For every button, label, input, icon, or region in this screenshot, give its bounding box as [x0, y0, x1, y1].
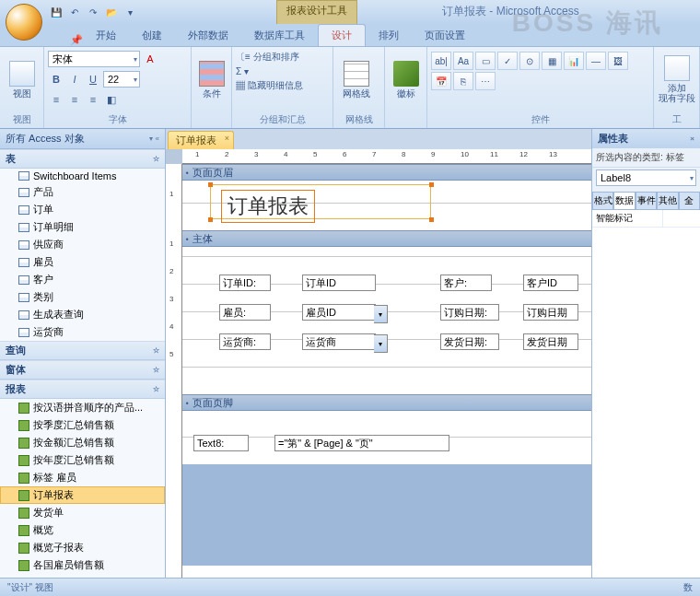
nav-item-table[interactable]: 运货商 — [0, 323, 165, 341]
nav-title[interactable]: 所有 Access 对象 ▾ « — [0, 129, 165, 149]
label-text8[interactable]: Text8: — [193, 435, 249, 451]
label-order-date[interactable]: 订购日期: — [440, 304, 499, 321]
control-image[interactable]: 🖼 — [608, 52, 628, 70]
bold-button[interactable]: B — [48, 71, 64, 88]
control-chart[interactable]: 📊 — [564, 52, 584, 70]
nav-section-reports[interactable]: 报表☆ — [0, 380, 165, 399]
property-value[interactable] — [663, 210, 700, 227]
report-title-label[interactable]: 订单报表 — [221, 190, 315, 223]
document-tab[interactable]: 订单报表 × — [168, 131, 234, 149]
nav-item-table[interactable]: 供应商 — [0, 236, 165, 253]
nav-item-report[interactable]: 按年度汇总销售额 — [0, 451, 165, 469]
logo-button[interactable]: 徽标 — [389, 49, 423, 110]
nav-item-report[interactable]: 按汉语拼音顺序的产品... — [0, 399, 165, 416]
prop-tab-other[interactable]: 其他 — [657, 192, 678, 209]
control-more[interactable]: ⋯ — [475, 72, 496, 90]
field-order-date[interactable]: 订购日期 — [523, 304, 578, 321]
field-employee[interactable]: 雇员ID — [302, 304, 376, 321]
section-bar-page-header[interactable]: 页面页眉 — [182, 164, 591, 181]
label-order-id[interactable]: 订单ID: — [219, 275, 271, 291]
label-customer[interactable]: 客户: — [440, 275, 492, 291]
property-close-icon[interactable]: × — [690, 134, 694, 143]
close-icon[interactable]: × — [225, 134, 229, 143]
totals-button[interactable]: Σ ▾ — [236, 66, 249, 76]
label-shipper[interactable]: 运货商: — [219, 333, 271, 350]
group-sort-button[interactable]: 〔≡ 分组和排序 — [236, 51, 299, 64]
nav-item-table[interactable]: 客户 — [0, 271, 165, 288]
align-right-button[interactable]: ≡ — [85, 91, 101, 108]
underline-button[interactable]: U — [85, 71, 101, 88]
tab-home[interactable]: 开始 — [83, 25, 129, 46]
horizontal-ruler[interactable]: 12345678910111213 — [182, 149, 591, 164]
font-color-button[interactable]: A — [142, 51, 158, 67]
nav-item-table[interactable]: 订单明细 — [0, 218, 165, 236]
hide-details-button[interactable]: ▦ 隐藏明细信息 — [236, 79, 303, 92]
field-page-expr[interactable]: ="第" & [Page] & "页" — [274, 435, 449, 451]
fill-color-button[interactable]: ◧ — [103, 91, 120, 108]
nav-collapse-icon[interactable]: ▾ « — [149, 134, 159, 143]
control-label[interactable]: Aa — [453, 52, 473, 70]
view-button[interactable]: 视图 — [4, 49, 40, 110]
label-ship-date[interactable]: 发货日期: — [440, 333, 499, 350]
nav-item-report[interactable]: 按季度汇总销售额 — [0, 416, 165, 434]
nav-item-report[interactable]: 标签 雇员 — [0, 469, 165, 486]
nav-item-table[interactable]: 产品 — [0, 183, 165, 201]
font-family-combo[interactable]: 宋体 — [48, 51, 140, 67]
align-left-button[interactable]: ≡ — [48, 91, 64, 108]
prop-tab-data[interactable]: 数据 — [613, 192, 635, 209]
nav-item-report[interactable]: 订单报表 — [0, 486, 165, 504]
property-object-combo[interactable]: Label8 — [596, 169, 696, 186]
nav-item-report[interactable]: 概览 — [0, 521, 165, 539]
section-bar-detail[interactable]: 主体 — [182, 230, 591, 247]
prop-tab-format[interactable]: 格式 — [592, 192, 613, 209]
nav-item-report[interactable]: 各国雇员销售额 — [0, 556, 165, 574]
control-line[interactable]: — — [586, 52, 606, 70]
font-size-combo[interactable]: 22 — [103, 71, 140, 88]
property-grid[interactable]: 智能标记 — [592, 210, 700, 578]
vertical-ruler[interactable]: 112 345 — [166, 164, 182, 578]
control-button[interactable]: ▭ — [475, 52, 496, 70]
tab-arrange[interactable]: 排列 — [366, 25, 412, 46]
control-date[interactable]: 📅 — [431, 72, 451, 90]
save-icon[interactable]: 💾 — [50, 6, 63, 18]
control-option[interactable]: ⊙ — [519, 52, 540, 70]
prop-tab-all[interactable]: 全 — [679, 192, 700, 209]
prop-tab-event[interactable]: 事件 — [636, 192, 657, 209]
qat-more-icon[interactable]: ▾ — [123, 6, 136, 18]
tab-page-setup[interactable]: 页面设置 — [412, 25, 478, 46]
section-detail[interactable]: 订单ID: 订单ID 客户: 客户ID 雇员: 雇员ID 订购日期: 订购日期 … — [182, 247, 591, 394]
section-page-footer[interactable]: Text8: ="第" & [Page] & "页" — [182, 411, 591, 464]
nav-item-table[interactable]: Switchboard Items — [0, 169, 165, 183]
tab-design[interactable]: 设计 — [318, 24, 366, 46]
control-subform[interactable]: ⎘ — [453, 72, 473, 90]
italic-button[interactable]: I — [66, 71, 83, 88]
nav-item-table[interactable]: 类别 — [0, 288, 165, 306]
nav-section-forms[interactable]: 窗体☆ — [0, 360, 165, 380]
pin-icon[interactable]: 📌 — [70, 34, 83, 46]
nav-item-report[interactable]: 发货单 — [0, 504, 165, 521]
open-icon[interactable]: 📂 — [105, 6, 118, 18]
report-canvas[interactable]: 页面页眉 订单报表 主体 订单ID: 订单ID 客户: 客户ID 雇员: 雇 — [182, 164, 591, 578]
office-button[interactable] — [6, 4, 42, 41]
field-customer[interactable]: 客户ID — [523, 275, 578, 291]
field-order-id[interactable]: 订单ID — [302, 275, 376, 291]
add-fields-button[interactable]: 添加 现有字段 — [658, 49, 695, 110]
nav-section-tables[interactable]: 表☆ — [0, 149, 165, 169]
field-shipper[interactable]: 运货商 — [302, 333, 376, 350]
nav-item-report[interactable]: 概览子报表 — [0, 539, 165, 556]
redo-icon[interactable]: ↷ — [87, 6, 99, 18]
tab-external-data[interactable]: 外部数据 — [175, 25, 241, 46]
nav-item-report[interactable]: 按金额汇总销售额 — [0, 434, 165, 451]
control-textbox[interactable]: ab| — [431, 52, 451, 70]
section-bar-page-footer[interactable]: 页面页脚 — [182, 394, 591, 411]
tab-database-tools[interactable]: 数据库工具 — [241, 25, 318, 46]
undo-icon[interactable]: ↶ — [68, 6, 81, 18]
tab-create[interactable]: 创建 — [129, 25, 175, 46]
control-list[interactable]: ▦ — [542, 52, 562, 70]
conditional-button[interactable]: 条件 — [195, 49, 228, 110]
nav-item-table[interactable]: 订单 — [0, 201, 165, 218]
section-page-header[interactable]: 订单报表 — [182, 181, 591, 230]
property-row[interactable]: 智能标记 — [592, 210, 700, 228]
gridlines-button[interactable]: 网格线 — [337, 49, 376, 110]
nav-section-queries[interactable]: 查询☆ — [0, 341, 165, 360]
